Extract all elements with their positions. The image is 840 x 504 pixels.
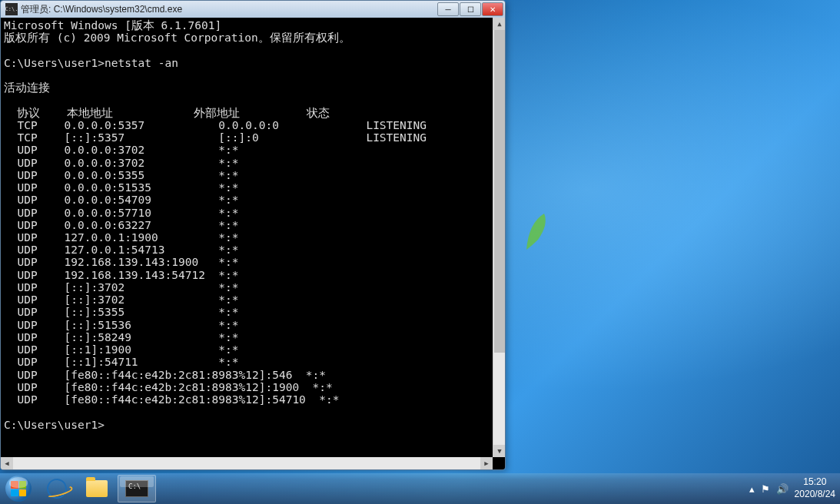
scroll-left-arrow-icon[interactable]: ◀: [1, 457, 13, 469]
taskbar: C:\ ▴ ⚑ 🔊 15:20 2020/8/24: [0, 473, 840, 504]
windows-leaf-decoration: [523, 207, 553, 254]
titlebar[interactable]: C:\. 管理员: C:\Windows\system32\cmd.exe ─ …: [1, 1, 505, 18]
minimize-button[interactable]: ─: [437, 2, 459, 16]
scroll-down-arrow-icon[interactable]: ▼: [493, 445, 506, 457]
ie-icon: [45, 476, 69, 501]
taskbar-item-cmd[interactable]: C:\: [118, 475, 156, 502]
terminal-output[interactable]: Microsoft Windows [版本 6.1.7601] 版权所有 (c)…: [1, 18, 505, 469]
scrollbar-thumb[interactable]: [494, 30, 505, 353]
maximize-button[interactable]: ☐: [460, 2, 481, 16]
scroll-up-arrow-icon[interactable]: ▲: [493, 18, 506, 30]
clock-date: 2020/8/24: [795, 489, 835, 501]
scroll-right-arrow-icon[interactable]: ▶: [480, 457, 493, 469]
clock-time: 15:20: [795, 476, 835, 489]
horizontal-scrollbar[interactable]: ◀ ▶: [1, 457, 493, 469]
folder-icon: [86, 480, 108, 497]
action-center-flag-icon[interactable]: ⚑: [761, 483, 770, 495]
system-tray: ▴ ⚑ 🔊 15:20 2020/8/24: [749, 476, 840, 500]
window-title: 管理员: C:\Windows\system32\cmd.exe: [21, 3, 437, 16]
cmd-titlebar-icon: C:\.: [5, 3, 18, 15]
taskbar-item-ie[interactable]: [38, 475, 76, 502]
vertical-scrollbar[interactable]: ▲ ▼: [493, 18, 505, 457]
terminal-body: Microsoft Windows [版本 6.1.7601] 版权所有 (c)…: [1, 18, 505, 469]
start-button[interactable]: [0, 473, 37, 504]
windows-logo-icon: [5, 476, 32, 502]
cmd-icon: C:\: [125, 480, 148, 497]
volume-icon[interactable]: 🔊: [776, 483, 789, 495]
show-hidden-icons-icon[interactable]: ▴: [749, 483, 755, 495]
taskbar-clock[interactable]: 15:20 2020/8/24: [795, 476, 835, 500]
cmd-window: C:\. 管理员: C:\Windows\system32\cmd.exe ─ …: [0, 0, 506, 470]
close-button[interactable]: ✕: [482, 2, 503, 16]
taskbar-item-explorer[interactable]: [78, 475, 116, 502]
